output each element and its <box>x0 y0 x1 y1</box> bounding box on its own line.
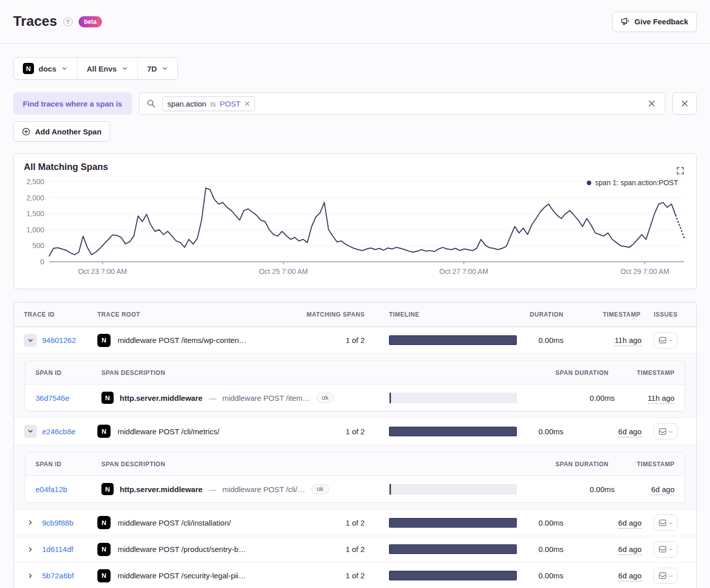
trace-id-link[interactable]: e246cb8e <box>42 427 76 436</box>
page-title: Traces <box>13 14 57 29</box>
nextjs-icon: N <box>97 516 111 529</box>
timeline-bar[interactable] <box>389 571 517 580</box>
timeline-bar[interactable] <box>389 518 517 528</box>
expand-row-button[interactable] <box>24 543 37 556</box>
nextjs-icon: N <box>97 425 111 438</box>
plus-circle-icon <box>22 127 30 136</box>
page-filter-bar: N docs All Envs 7D <box>13 57 178 80</box>
chart-title: All Matching Spans <box>24 162 686 172</box>
page-header: Traces ? beta Give Feedback <box>0 0 710 44</box>
nextjs-icon: N <box>97 334 111 347</box>
give-feedback-button[interactable]: Give Feedback <box>612 12 697 32</box>
nextjs-icon: N <box>101 483 114 495</box>
issues-button[interactable]: – <box>654 332 678 349</box>
trace-id-link[interactable]: 9cb9f88b <box>42 518 74 527</box>
svg-text:2,500: 2,500 <box>26 178 44 186</box>
all-matching-spans-chart-card: All Matching Spans span 1: span.action:P… <box>13 153 697 289</box>
table-row[interactable]: 5b72a6bf N middleware POST /security-leg… <box>14 562 696 588</box>
date-range-filter[interactable]: 7D <box>137 58 178 79</box>
timeline-bar[interactable] <box>389 427 517 436</box>
collapse-row-button[interactable] <box>24 334 37 347</box>
trace-id-link[interactable]: 1d6114df <box>42 545 73 554</box>
filter-token[interactable]: span.action is POST <box>162 96 255 111</box>
project-filter[interactable]: N docs <box>14 58 77 79</box>
search-icon <box>147 99 156 108</box>
spans-line-chart[interactable]: 05001,0001,5002,0002,500Oct 23 7:00 AMOc… <box>24 176 687 277</box>
table-row[interactable]: 9cb9f88b N middleware POST /cli/installa… <box>14 509 696 536</box>
clear-search-icon[interactable] <box>646 97 658 110</box>
svg-text:1,500: 1,500 <box>26 210 44 218</box>
expanded-span-section: SPAN ID SPAN DESCRIPTION SPAN DURATION T… <box>14 353 696 418</box>
span-status-badge: ok <box>311 484 329 495</box>
issues-button[interactable]: – <box>654 568 678 584</box>
svg-text:Oct 27 7:00 AM: Oct 27 7:00 AM <box>439 267 488 275</box>
svg-text:Oct 29 7:00 AM: Oct 29 7:00 AM <box>620 267 669 275</box>
expand-row-button[interactable] <box>24 569 37 582</box>
span-table-header: SPAN ID SPAN DESCRIPTION SPAN DURATION T… <box>25 453 685 476</box>
span-timeline-bar[interactable] <box>389 393 517 403</box>
legend-dot-icon <box>587 181 591 185</box>
span-search-input[interactable]: span.action is POST <box>139 92 665 115</box>
span-timeline-bar[interactable] <box>389 484 517 495</box>
nextjs-icon: N <box>97 543 111 556</box>
issues-tray-icon <box>659 428 666 435</box>
help-icon[interactable]: ? <box>63 17 73 26</box>
trace-id-link[interactable]: 94601262 <box>42 336 76 344</box>
issues-button[interactable]: – <box>654 423 678 439</box>
fullscreen-icon[interactable] <box>677 167 684 175</box>
remove-token-icon[interactable] <box>244 101 250 107</box>
trace-id-link[interactable]: 5b72a6bf <box>42 571 74 580</box>
span-table-header: SPAN ID SPAN DESCRIPTION SPAN DURATION T… <box>25 361 685 385</box>
issues-button[interactable]: – <box>654 514 678 531</box>
svg-text:1,000: 1,000 <box>26 226 44 234</box>
beta-badge: beta <box>79 16 102 27</box>
nextjs-icon: N <box>97 569 111 582</box>
nextjs-project-icon: N <box>23 63 34 74</box>
chevron-down-icon <box>61 65 68 72</box>
remove-span-condition-button[interactable] <box>672 92 697 115</box>
megaphone-icon <box>621 17 630 26</box>
issues-button[interactable]: – <box>654 541 678 558</box>
span-row[interactable]: 36d7546e N http.server.middleware — midd… <box>25 385 685 411</box>
table-row[interactable]: e246cb8e N middleware POST /cli/metrics/… <box>14 418 696 444</box>
svg-text:0: 0 <box>40 258 44 266</box>
span-search-row: Find traces where a span is span.action … <box>13 92 697 115</box>
span-id-link[interactable]: 36d7546e <box>36 394 69 402</box>
table-row[interactable]: 94601262 N middleware POST /items/wp-con… <box>14 327 696 353</box>
chevron-down-icon <box>161 65 168 72</box>
add-another-span-button[interactable]: Add Another Span <box>13 121 110 142</box>
issues-tray-icon <box>659 546 666 552</box>
span-status-badge: ok <box>316 393 334 403</box>
traces-page: Traces ? beta Give Feedback N docs <box>0 0 710 588</box>
span-id-link[interactable]: e04fa12b <box>36 485 67 494</box>
environment-filter[interactable]: All Envs <box>77 58 137 79</box>
nextjs-icon: N <box>101 392 114 404</box>
collapse-row-button[interactable] <box>24 425 37 438</box>
issues-tray-icon <box>659 337 666 343</box>
svg-text:Oct 25 7:00 AM: Oct 25 7:00 AM <box>259 267 308 275</box>
expanded-span-section: SPAN ID SPAN DESCRIPTION SPAN DURATION T… <box>14 444 696 509</box>
issues-tray-icon <box>659 520 666 526</box>
svg-text:2,000: 2,000 <box>26 194 44 202</box>
table-row[interactable]: 1d6114df N middleware POST /product/sent… <box>14 536 696 562</box>
chart-legend: span 1: span.action:POST <box>587 179 678 187</box>
table-header-row: TRACE ID TRACE ROOT MATCHING SPANS TIMEL… <box>14 302 696 327</box>
expand-row-button[interactable] <box>24 516 37 529</box>
find-traces-label: Find traces where a span is <box>13 92 132 115</box>
timeline-bar[interactable] <box>389 544 517 554</box>
issues-tray-icon <box>659 572 666 579</box>
svg-text:Oct 23 7:00 AM: Oct 23 7:00 AM <box>78 267 127 275</box>
span-row[interactable]: e04fa12b N http.server.middleware — midd… <box>25 476 685 502</box>
timeline-bar[interactable] <box>389 335 517 345</box>
traces-table: TRACE ID TRACE ROOT MATCHING SPANS TIMEL… <box>13 302 697 588</box>
svg-text:500: 500 <box>32 241 45 250</box>
chevron-down-icon <box>121 65 128 72</box>
